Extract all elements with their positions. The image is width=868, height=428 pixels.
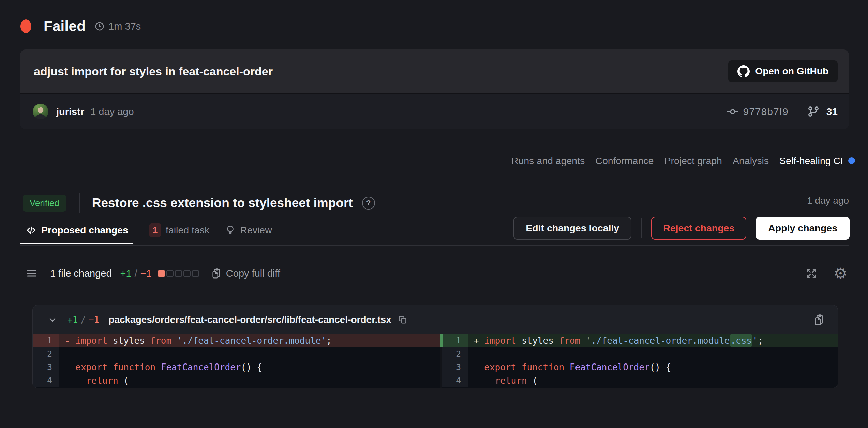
tab-proposed-changes[interactable]: Proposed changes: [20, 216, 133, 244]
run-status-row: Failed 1m 37s: [20, 16, 141, 37]
line-number: 4: [33, 374, 59, 387]
line-number: 2: [442, 347, 468, 360]
git-branch-icon: [808, 106, 819, 117]
nav-project-graph[interactable]: Project graph: [664, 155, 722, 167]
nav-analysis[interactable]: Analysis: [733, 155, 769, 167]
code-line: export function FeatCancelOrder() {: [59, 360, 440, 374]
code-line: [468, 347, 838, 360]
diff-line-added: 1 + import styles from './feat-cancel-or…: [442, 334, 838, 347]
diff-line-context: 2: [442, 347, 838, 360]
stats-separator: /: [135, 268, 137, 279]
code-token: ;: [326, 336, 332, 346]
help-icon[interactable]: ?: [362, 197, 375, 210]
diff-square-empty: [175, 270, 182, 277]
failed-count-badge: 1: [149, 223, 161, 237]
file-additions: +1: [67, 315, 78, 325]
diff-line-context: 3 export function FeatCancelOrder() {: [442, 360, 838, 374]
nav-self-healing-ci[interactable]: Self-healing CI: [779, 155, 855, 167]
line-number: 3: [33, 360, 59, 374]
diff-toolbar-right: ⚙: [805, 266, 848, 281]
nav-runs-and-agents[interactable]: Runs and agents: [511, 155, 585, 167]
nav-conformance[interactable]: Conformance: [595, 155, 654, 167]
code-token: styles: [113, 336, 150, 346]
commit-card: adjust import for styles in feat-cancel-…: [20, 49, 849, 129]
clipboard-icon: [211, 268, 222, 279]
branch-count: 31: [826, 106, 838, 117]
diff-square-empty: [183, 270, 191, 277]
code-line: - import styles from './feat-cancel-orde…: [59, 334, 440, 347]
deletions-count: −1: [140, 268, 152, 279]
code-line: return (: [468, 374, 838, 387]
fix-tabs: Proposed changes 1 failed task Review: [20, 216, 272, 244]
copy-path-icon[interactable]: [398, 315, 407, 325]
failed-status-dot: [20, 19, 31, 33]
code-token: [474, 375, 495, 386]
code-line: + import styles from './feat-cancel-orde…: [468, 334, 838, 347]
code-token: [474, 362, 484, 372]
code-token: import: [75, 336, 113, 346]
expand-icon[interactable]: [805, 267, 818, 280]
commit-sha[interactable]: 9778b7f9: [743, 106, 788, 117]
avatar[interactable]: [33, 104, 48, 119]
files-changed-label: 1 file changed: [50, 268, 112, 279]
file-deletions: −1: [89, 315, 99, 325]
chevron-down-icon[interactable]: [48, 315, 57, 325]
tab-failed-task-label: failed task: [166, 225, 209, 236]
open-on-github-button[interactable]: Open on GitHub: [728, 60, 838, 82]
commit-author: juristr: [56, 106, 84, 117]
copy-full-diff-label: Copy full diff: [226, 268, 280, 279]
commit-title: adjust import for styles in feat-cancel-…: [34, 65, 273, 78]
reject-changes-button[interactable]: Reject changes: [651, 217, 746, 240]
code-token: return: [86, 375, 124, 386]
line-number: 2: [33, 347, 59, 360]
fix-title: Restore .css extension to stylesheet imp…: [92, 196, 353, 210]
diff-square-empty: [192, 270, 199, 277]
diff-line-removed: 1 - import styles from './feat-cancel-or…: [33, 334, 440, 347]
code-token: FeatCancelOrder: [161, 362, 241, 372]
code-token: export: [75, 362, 113, 372]
code-token: [65, 362, 75, 372]
copy-full-diff-button[interactable]: Copy full diff: [211, 268, 280, 279]
run-duration: 1m 37s: [108, 21, 141, 32]
code-token: import: [484, 336, 522, 346]
code-token: (: [123, 375, 129, 386]
edit-changes-locally-button[interactable]: Edit changes locally: [513, 217, 631, 240]
diff-pane-old: 1 - import styles from './feat-cancel-or…: [33, 334, 440, 388]
diff-pane-new: 1 + import styles from './feat-cancel-or…: [440, 334, 838, 388]
commit-meta-row: juristr 1 day ago 9778b7f9: [20, 93, 849, 129]
file-path: packages/orders/feat-cancel-order/src/li…: [108, 314, 391, 325]
diff-stats: +1 / −1: [120, 268, 152, 279]
code-token: return: [495, 375, 533, 386]
code-line: export function FeatCancelOrder() {: [468, 360, 838, 374]
verified-badge: Verified: [23, 195, 66, 212]
line-number: 3: [442, 360, 468, 374]
code-token: FeatCancelOrder: [570, 362, 650, 372]
lightbulb-icon: [225, 225, 236, 236]
actions-divider: [641, 218, 642, 238]
branch-count-group[interactable]: 31: [808, 106, 838, 117]
notification-dot: [848, 157, 855, 164]
fix-time: 1 day ago: [807, 195, 849, 206]
code-token: function: [113, 362, 161, 372]
self-healing-ci-page: Failed 1m 37s adjust import for styles i…: [0, 0, 868, 428]
code-token: './feat-cancel-order.module: [586, 336, 730, 346]
tab-proposed-changes-label: Proposed changes: [41, 225, 128, 236]
gear-icon[interactable]: ⚙: [834, 266, 848, 281]
diff-toolbar: 1 file changed +1 / −1 Copy full diff: [26, 263, 848, 283]
run-status-label: Failed: [44, 18, 86, 34]
tabs-bottom-border: [20, 245, 849, 246]
nav-self-healing-ci-label: Self-healing CI: [779, 155, 843, 167]
file-diff-stats: +1 / −1: [67, 315, 99, 325]
code-icon: [26, 225, 37, 236]
code-token: ': [752, 336, 758, 346]
tab-failed-task[interactable]: 1 failed task: [149, 216, 209, 244]
diff-ratio-squares: [158, 270, 199, 277]
tab-review-label: Review: [240, 225, 272, 236]
diff-file-header: +1 / −1 packages/orders/feat-cancel-orde…: [33, 305, 838, 334]
commit-card-header: adjust import for styles in feat-cancel-…: [20, 49, 849, 93]
heading-divider: [79, 193, 80, 213]
apply-changes-button[interactable]: Apply changes: [756, 217, 850, 240]
copy-file-diff-icon[interactable]: [813, 314, 825, 326]
tab-review[interactable]: Review: [225, 216, 272, 244]
file-list-menu-icon[interactable]: [26, 268, 37, 279]
